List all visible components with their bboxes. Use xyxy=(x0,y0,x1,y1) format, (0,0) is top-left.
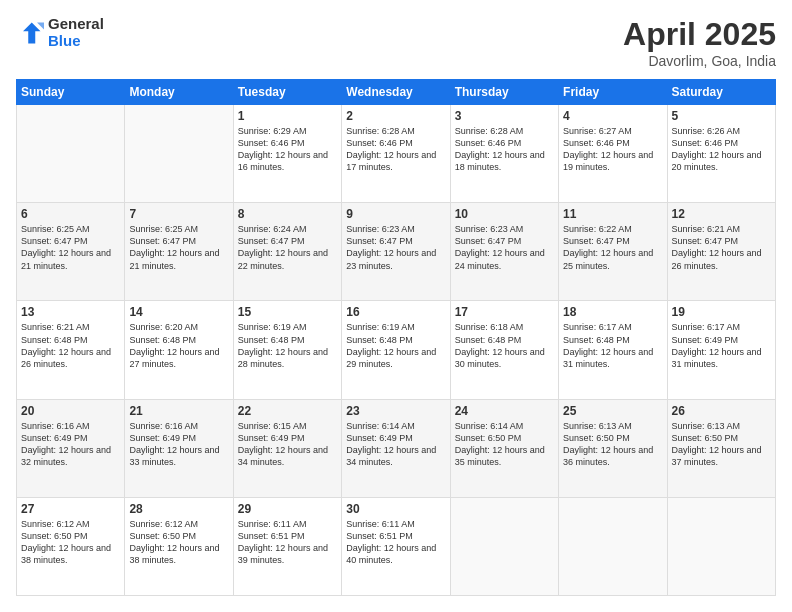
day-number: 9 xyxy=(346,207,445,221)
table-row: 5Sunrise: 6:26 AMSunset: 6:46 PMDaylight… xyxy=(667,105,775,203)
day-info: Sunrise: 6:23 AMSunset: 6:47 PMDaylight:… xyxy=(346,223,445,272)
daylight-text: Daylight: 12 hours and 27 minutes. xyxy=(129,347,219,369)
sunset-text: Sunset: 6:48 PM xyxy=(129,335,196,345)
daylight-text: Daylight: 12 hours and 25 minutes. xyxy=(563,248,653,270)
sunrise-text: Sunrise: 6:24 AM xyxy=(238,224,307,234)
sunrise-text: Sunrise: 6:14 AM xyxy=(346,421,415,431)
table-row xyxy=(17,105,125,203)
sunrise-text: Sunrise: 6:25 AM xyxy=(129,224,198,234)
title-block: April 2025 Davorlim, Goa, India xyxy=(623,16,776,69)
sunrise-text: Sunrise: 6:19 AM xyxy=(238,322,307,332)
day-number: 15 xyxy=(238,305,337,319)
svg-marker-0 xyxy=(23,22,41,43)
daylight-text: Daylight: 12 hours and 31 minutes. xyxy=(672,347,762,369)
sunset-text: Sunset: 6:51 PM xyxy=(346,531,413,541)
day-info: Sunrise: 6:21 AMSunset: 6:48 PMDaylight:… xyxy=(21,321,120,370)
sunset-text: Sunset: 6:47 PM xyxy=(129,236,196,246)
table-row: 26Sunrise: 6:13 AMSunset: 6:50 PMDayligh… xyxy=(667,399,775,497)
table-row: 21Sunrise: 6:16 AMSunset: 6:49 PMDayligh… xyxy=(125,399,233,497)
day-number: 2 xyxy=(346,109,445,123)
daylight-text: Daylight: 12 hours and 18 minutes. xyxy=(455,150,545,172)
daylight-text: Daylight: 12 hours and 23 minutes. xyxy=(346,248,436,270)
day-info: Sunrise: 6:11 AMSunset: 6:51 PMDaylight:… xyxy=(346,518,445,567)
daylight-text: Daylight: 12 hours and 31 minutes. xyxy=(563,347,653,369)
day-number: 30 xyxy=(346,502,445,516)
daylight-text: Daylight: 12 hours and 39 minutes. xyxy=(238,543,328,565)
day-info: Sunrise: 6:25 AMSunset: 6:47 PMDaylight:… xyxy=(129,223,228,272)
calendar-week-row: 20Sunrise: 6:16 AMSunset: 6:49 PMDayligh… xyxy=(17,399,776,497)
sunset-text: Sunset: 6:49 PM xyxy=(346,433,413,443)
day-number: 7 xyxy=(129,207,228,221)
day-number: 6 xyxy=(21,207,120,221)
sunset-text: Sunset: 6:49 PM xyxy=(672,335,739,345)
sunrise-text: Sunrise: 6:29 AM xyxy=(238,126,307,136)
day-info: Sunrise: 6:14 AMSunset: 6:50 PMDaylight:… xyxy=(455,420,554,469)
sunrise-text: Sunrise: 6:28 AM xyxy=(346,126,415,136)
daylight-text: Daylight: 12 hours and 34 minutes. xyxy=(346,445,436,467)
day-number: 23 xyxy=(346,404,445,418)
day-number: 16 xyxy=(346,305,445,319)
table-row: 1Sunrise: 6:29 AMSunset: 6:46 PMDaylight… xyxy=(233,105,341,203)
daylight-text: Daylight: 12 hours and 21 minutes. xyxy=(129,248,219,270)
sunset-text: Sunset: 6:50 PM xyxy=(563,433,630,443)
table-row xyxy=(125,105,233,203)
day-number: 14 xyxy=(129,305,228,319)
sunrise-text: Sunrise: 6:12 AM xyxy=(21,519,90,529)
day-number: 17 xyxy=(455,305,554,319)
day-number: 11 xyxy=(563,207,662,221)
calendar-week-row: 1Sunrise: 6:29 AMSunset: 6:46 PMDaylight… xyxy=(17,105,776,203)
day-number: 3 xyxy=(455,109,554,123)
table-row: 28Sunrise: 6:12 AMSunset: 6:50 PMDayligh… xyxy=(125,497,233,595)
day-number: 4 xyxy=(563,109,662,123)
sunset-text: Sunset: 6:49 PM xyxy=(238,433,305,443)
day-number: 18 xyxy=(563,305,662,319)
table-row: 15Sunrise: 6:19 AMSunset: 6:48 PMDayligh… xyxy=(233,301,341,399)
day-number: 13 xyxy=(21,305,120,319)
day-number: 29 xyxy=(238,502,337,516)
sunset-text: Sunset: 6:50 PM xyxy=(21,531,88,541)
sunrise-text: Sunrise: 6:25 AM xyxy=(21,224,90,234)
day-info: Sunrise: 6:12 AMSunset: 6:50 PMDaylight:… xyxy=(129,518,228,567)
day-info: Sunrise: 6:16 AMSunset: 6:49 PMDaylight:… xyxy=(21,420,120,469)
calendar-week-row: 13Sunrise: 6:21 AMSunset: 6:48 PMDayligh… xyxy=(17,301,776,399)
sunset-text: Sunset: 6:48 PM xyxy=(238,335,305,345)
sunrise-text: Sunrise: 6:23 AM xyxy=(455,224,524,234)
daylight-text: Daylight: 12 hours and 37 minutes. xyxy=(672,445,762,467)
sunrise-text: Sunrise: 6:21 AM xyxy=(21,322,90,332)
daylight-text: Daylight: 12 hours and 19 minutes. xyxy=(563,150,653,172)
day-info: Sunrise: 6:19 AMSunset: 6:48 PMDaylight:… xyxy=(346,321,445,370)
logo-icon xyxy=(16,19,44,47)
weekday-header-row: Sunday Monday Tuesday Wednesday Thursday… xyxy=(17,80,776,105)
day-number: 12 xyxy=(672,207,771,221)
sunset-text: Sunset: 6:48 PM xyxy=(346,335,413,345)
day-info: Sunrise: 6:18 AMSunset: 6:48 PMDaylight:… xyxy=(455,321,554,370)
table-row: 30Sunrise: 6:11 AMSunset: 6:51 PMDayligh… xyxy=(342,497,450,595)
sunset-text: Sunset: 6:50 PM xyxy=(455,433,522,443)
sunrise-text: Sunrise: 6:28 AM xyxy=(455,126,524,136)
day-number: 22 xyxy=(238,404,337,418)
day-info: Sunrise: 6:20 AMSunset: 6:48 PMDaylight:… xyxy=(129,321,228,370)
daylight-text: Daylight: 12 hours and 33 minutes. xyxy=(129,445,219,467)
sunset-text: Sunset: 6:46 PM xyxy=(563,138,630,148)
table-row: 4Sunrise: 6:27 AMSunset: 6:46 PMDaylight… xyxy=(559,105,667,203)
daylight-text: Daylight: 12 hours and 30 minutes. xyxy=(455,347,545,369)
day-number: 28 xyxy=(129,502,228,516)
table-row: 8Sunrise: 6:24 AMSunset: 6:47 PMDaylight… xyxy=(233,203,341,301)
sunrise-text: Sunrise: 6:14 AM xyxy=(455,421,524,431)
col-wednesday: Wednesday xyxy=(342,80,450,105)
sunset-text: Sunset: 6:47 PM xyxy=(563,236,630,246)
table-row: 10Sunrise: 6:23 AMSunset: 6:47 PMDayligh… xyxy=(450,203,558,301)
day-info: Sunrise: 6:28 AMSunset: 6:46 PMDaylight:… xyxy=(346,125,445,174)
col-tuesday: Tuesday xyxy=(233,80,341,105)
col-monday: Monday xyxy=(125,80,233,105)
table-row: 27Sunrise: 6:12 AMSunset: 6:50 PMDayligh… xyxy=(17,497,125,595)
sunset-text: Sunset: 6:46 PM xyxy=(346,138,413,148)
svg-marker-1 xyxy=(37,22,44,29)
sunrise-text: Sunrise: 6:17 AM xyxy=(563,322,632,332)
page: General Blue April 2025 Davorlim, Goa, I… xyxy=(0,0,792,612)
table-row: 22Sunrise: 6:15 AMSunset: 6:49 PMDayligh… xyxy=(233,399,341,497)
sunrise-text: Sunrise: 6:11 AM xyxy=(346,519,415,529)
sunset-text: Sunset: 6:48 PM xyxy=(455,335,522,345)
sunset-text: Sunset: 6:50 PM xyxy=(129,531,196,541)
sunrise-text: Sunrise: 6:27 AM xyxy=(563,126,632,136)
